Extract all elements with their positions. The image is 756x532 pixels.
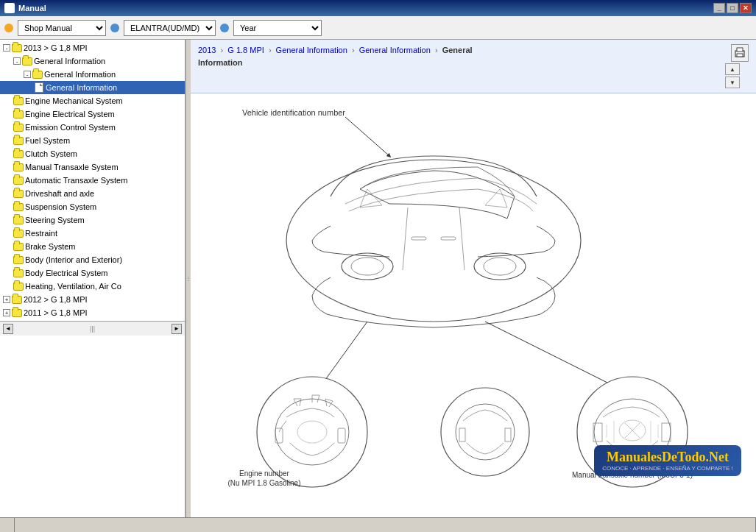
svg-point-7: [484, 258, 516, 275]
expand-icon-2011[interactable]: +: [3, 309, 10, 316]
status-bar: [0, 517, 756, 532]
printer-icon: [734, 47, 746, 59]
tree-item-gen-info-3[interactable]: General Information: [0, 81, 185, 94]
tree-label-brake: Brake System: [25, 242, 75, 251]
tree-item-body[interactable]: Body (Interior and Exterior): [0, 253, 185, 266]
sidebar: - 2013 > G 1,8 MPI - General Information…: [0, 40, 186, 517]
folder-icon-clutch: [13, 149, 24, 159]
tree-label-2011: 2011 > G 1,8 MPI: [24, 308, 88, 317]
maximize-button[interactable]: □: [727, 3, 738, 13]
tree-label-clutch: Clutch System: [25, 149, 77, 158]
breadcrumb-2013[interactable]: 2013: [198, 46, 216, 54]
breadcrumb-g18mpi[interactable]: G 1.8 MPI: [227, 46, 264, 54]
tree-label-emission: Emission Control System: [25, 123, 116, 132]
dot-blue-2: [220, 24, 229, 32]
tree-item-brake[interactable]: Brake System: [0, 240, 185, 253]
svg-line-12: [345, 117, 389, 156]
sidebar-scroll-indicator: |||: [16, 325, 169, 333]
title-bar: Manual _ □ ✕: [0, 0, 756, 16]
tree-item-suspension[interactable]: Suspension System: [0, 200, 185, 213]
sidebar-nav: ◄ ||| ►: [0, 321, 185, 336]
vin-label: Vehicle identification number: [242, 108, 345, 117]
svg-rect-11: [441, 237, 456, 240]
expand-icon-gen1[interactable]: -: [13, 57, 21, 65]
tree-item-body-elec[interactable]: Body Electrical System: [0, 266, 185, 280]
window-title: Manual: [18, 4, 46, 13]
svg-line-13: [319, 322, 367, 388]
folder-icon-brake: [13, 241, 24, 252]
folder-icon-man-trans: [13, 162, 24, 172]
folder-icon-2012: [12, 294, 22, 305]
folder-icon-susp: [13, 202, 24, 212]
folder-icon-2011: [12, 308, 22, 318]
svg-rect-10: [411, 237, 426, 240]
svg-point-6: [474, 253, 526, 280]
svg-text:Engine number: Engine number: [239, 469, 289, 478]
expand-icon-gen2[interactable]: -: [24, 71, 31, 78]
tree-item-auto-trans[interactable]: Automatic Transaxle System: [0, 174, 185, 187]
folder-icon-hvac: [13, 281, 24, 291]
tree-view: - 2013 > G 1,8 MPI - General Information…: [0, 40, 185, 321]
folder-icon-eng-elec: [13, 109, 24, 119]
model-dropdown[interactable]: ELANTRA(UD/MD): [124, 20, 216, 36]
minimize-button[interactable]: _: [713, 3, 725, 13]
car-outline: [286, 156, 581, 327]
tree-label-susp: Suspension System: [25, 202, 96, 211]
tree-item-steering[interactable]: Steering System: [0, 213, 185, 227]
breadcrumb-bar: 2013 › G 1.8 MPI › General Information ›…: [191, 40, 756, 93]
tree-label-body-elec: Body Electrical System: [25, 269, 107, 277]
svg-point-5: [351, 258, 384, 275]
folder-icon-body: [13, 255, 24, 265]
tree-item-emission[interactable]: Emission Control System: [0, 121, 185, 134]
content-controls: ▲ ▼: [725, 44, 749, 88]
svg-point-22: [441, 388, 529, 476]
status-left: [0, 518, 15, 532]
breadcrumb-gen-info-2[interactable]: General Information: [359, 46, 431, 54]
tree-item-manual-trans[interactable]: Manual Transaxle System: [0, 160, 185, 174]
manual-type-dropdown[interactable]: Shop Manual: [18, 20, 106, 36]
tree-label-gen3: General Information: [46, 83, 117, 92]
svg-rect-1: [737, 54, 743, 57]
print-button[interactable]: [731, 44, 749, 62]
window-controls: _ □ ✕: [713, 3, 752, 13]
tree-item-fuel[interactable]: Fuel System: [0, 134, 185, 147]
expand-icon-2012[interactable]: +: [3, 296, 10, 303]
tree-item-2012[interactable]: + 2012 > G 1,8 MPI: [0, 293, 185, 306]
folder-icon-rest: [13, 228, 24, 238]
tree-item-2011[interactable]: + 2011 > G 1,8 MPI: [0, 306, 185, 319]
tree-label-fuel: Fuel System: [25, 136, 70, 145]
svg-point-4: [342, 253, 393, 280]
breadcrumb-gen-info-1[interactable]: General Information: [276, 46, 347, 54]
tree-item-clutch[interactable]: Clutch System: [0, 147, 185, 160]
tree-item-engine-elec[interactable]: Engine Electrical System: [0, 107, 185, 121]
tree-label-gen2: General Information: [44, 70, 116, 79]
tree-item-engine-mech[interactable]: Engine Mechanical System: [0, 94, 185, 107]
sidebar-back-button[interactable]: ◄: [3, 324, 13, 334]
folder-icon-eng-mech: [13, 96, 24, 106]
tree-label-man-trans: Manual Transaxle System: [25, 163, 119, 171]
tree-item-gen-info-2[interactable]: - General Information: [0, 68, 185, 81]
folder-icon-2013: [12, 43, 22, 53]
tree-label-2013: 2013 > G 1,8 MPI: [24, 43, 88, 52]
tree-label-drive: Driveshaft and axle: [25, 189, 94, 198]
expand-icon-2013[interactable]: -: [3, 44, 10, 52]
content-scroll[interactable]: Vehicle identification number: [191, 93, 756, 517]
watermark-slogan: CONOCE · APRENDE · ENSEÑA Y COMPARTE !: [601, 465, 734, 472]
folder-icon-gen2: [32, 69, 43, 79]
status-main: [15, 518, 756, 532]
content-scroll-down[interactable]: ▼: [725, 77, 740, 88]
tree-item-2013[interactable]: - 2013 > G 1,8 MPI: [0, 41, 185, 54]
folder-icon-emission: [13, 122, 24, 132]
tree-item-hvac[interactable]: Heating, Ventilation, Air Co: [0, 280, 185, 293]
sidebar-forward-button[interactable]: ►: [172, 324, 182, 334]
tree-item-gen-info-1[interactable]: - General Information: [0, 54, 185, 68]
dot-orange-1: [4, 24, 13, 32]
tree-label-rest: Restraint: [25, 229, 57, 238]
app-icon: [4, 3, 15, 13]
close-button[interactable]: ✕: [740, 3, 752, 13]
toolbar: Shop Manual ELANTRA(UD/MD) Year 2013 201…: [0, 16, 756, 40]
year-dropdown[interactable]: Year 2013 2012 2011: [233, 20, 322, 36]
tree-item-restraint[interactable]: Restraint: [0, 227, 185, 240]
tree-item-driveshaft[interactable]: Driveshaft and axle: [0, 187, 185, 200]
content-scroll-up[interactable]: ▲: [725, 63, 740, 75]
